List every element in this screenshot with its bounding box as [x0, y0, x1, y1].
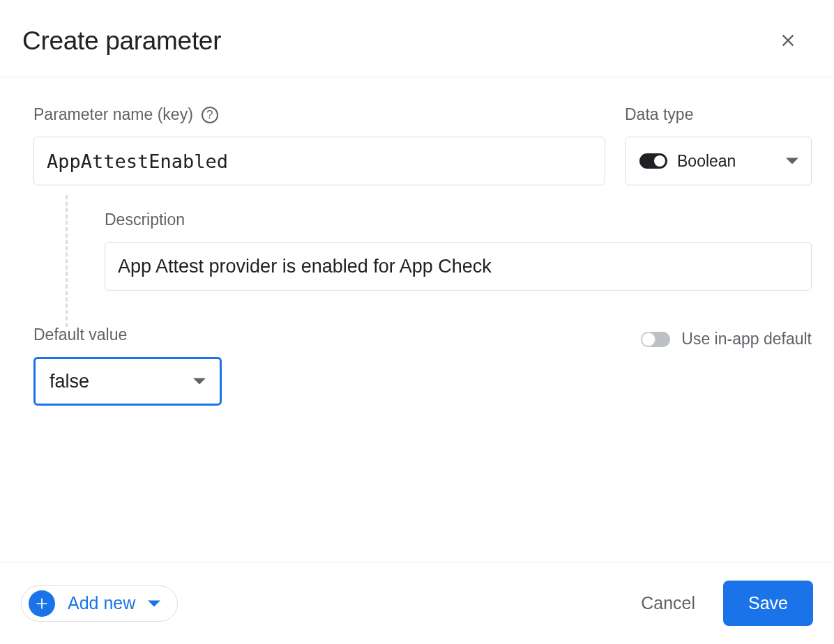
add-new-button[interactable]: Add new	[21, 585, 178, 622]
use-in-app-default-toggle[interactable]	[641, 332, 670, 347]
dialog-title: Create parameter	[22, 26, 221, 56]
description-label: Description	[105, 210, 812, 229]
close-button[interactable]	[775, 28, 801, 55]
create-parameter-dialog: Create parameter Parameter name (key) ? …	[0, 0, 834, 644]
description-area: Description	[66, 185, 812, 325]
boolean-toggle-icon	[639, 153, 667, 169]
data-type-field: Data type Boolean	[625, 105, 812, 185]
add-new-label: Add new	[68, 593, 135, 613]
default-value-text: false	[50, 371, 89, 392]
save-button[interactable]: Save	[723, 581, 813, 626]
parameter-name-field: Parameter name (key) ?	[33, 105, 605, 185]
use-in-app-default-group: Use in-app default	[641, 330, 812, 348]
plus-icon	[29, 590, 55, 617]
default-value-row: Default value false Use in-app default	[33, 325, 812, 406]
dialog-footer: Add new Cancel Save	[0, 562, 834, 644]
cancel-button[interactable]: Cancel	[641, 593, 695, 613]
data-type-dropdown[interactable]: Boolean	[625, 137, 812, 185]
parameter-name-label: Parameter name (key) ?	[33, 105, 605, 124]
footer-action-buttons: Cancel Save	[641, 581, 813, 626]
parameter-name-label-text: Parameter name (key)	[33, 105, 193, 124]
data-type-label: Data type	[625, 105, 812, 124]
name-and-type-row: Parameter name (key) ? Data type Boolean	[33, 105, 812, 185]
chevron-down-icon	[786, 158, 798, 164]
tree-connector-line	[66, 195, 68, 327]
dialog-body: Parameter name (key) ? Data type Boolean	[0, 77, 834, 562]
parameter-name-input[interactable]	[33, 137, 605, 185]
default-value-label: Default value	[33, 325, 222, 344]
data-type-value: Boolean	[677, 152, 776, 171]
default-value-dropdown[interactable]: false	[33, 357, 222, 406]
help-icon[interactable]: ?	[202, 107, 218, 123]
use-in-app-default-label: Use in-app default	[681, 330, 812, 348]
data-type-label-text: Data type	[625, 105, 693, 124]
chevron-down-icon	[148, 600, 160, 607]
dialog-header: Create parameter	[0, 0, 834, 77]
default-value-field: Default value false	[33, 325, 222, 406]
description-input[interactable]	[105, 242, 812, 291]
chevron-down-icon	[193, 378, 206, 385]
close-icon	[778, 31, 798, 52]
